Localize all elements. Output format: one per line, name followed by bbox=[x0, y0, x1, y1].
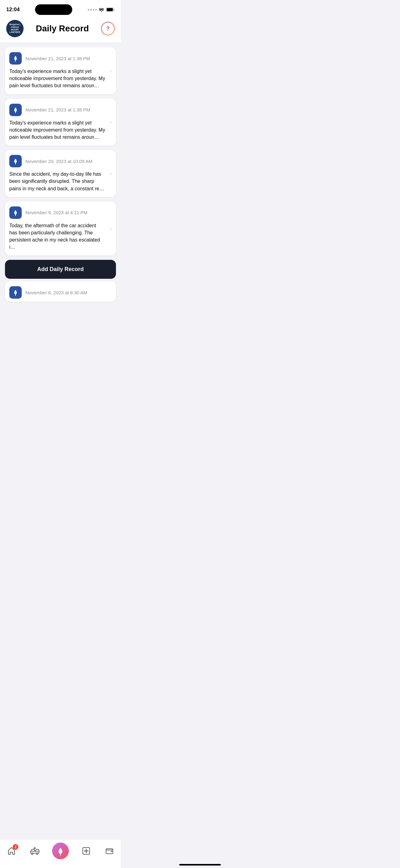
record-text-3: Since the accident, my day-to-day life h… bbox=[9, 170, 112, 192]
record-card-4[interactable]: November 9, 2023 at 4:21 PM Today, the a… bbox=[5, 202, 116, 256]
record-date-1: November 21, 2023 at 1:38 PM bbox=[26, 56, 90, 61]
chevron-right-icon-3: › bbox=[110, 170, 112, 177]
card-header-4: November 9, 2023 at 4:21 PM bbox=[9, 207, 112, 219]
partial-record-date: November 6, 2023 at 8:30 AM bbox=[26, 290, 87, 295]
logo-text: Bergeron | Clifford INJURY LAWYERS bbox=[6, 23, 24, 34]
page-title: Daily Record bbox=[24, 24, 101, 34]
add-button-wrap: Add Daily Record bbox=[0, 260, 121, 279]
record-card-1[interactable]: November 21, 2023 at 1:38 PM Today's exp… bbox=[5, 47, 116, 94]
chevron-right-icon-4: › bbox=[110, 225, 112, 232]
record-icon-1 bbox=[9, 52, 22, 65]
card-header-2: November 21, 2023 at 1:38 PM bbox=[9, 104, 112, 116]
record-date-2: November 21, 2023 at 1:38 PM bbox=[26, 107, 90, 113]
chevron-right-icon-2: › bbox=[110, 119, 112, 125]
signal-dots bbox=[88, 9, 97, 10]
status-icons bbox=[88, 7, 115, 12]
chevron-right-icon-1: › bbox=[110, 67, 112, 74]
record-card-2[interactable]: November 21, 2023 at 1:38 PM Today's exp… bbox=[5, 99, 116, 146]
card-header-3: November 20, 2023 at 10:09 AM bbox=[9, 155, 112, 167]
battery-icon bbox=[106, 7, 115, 12]
record-icon-3 bbox=[9, 155, 22, 167]
logo[interactable]: Bergeron | Clifford INJURY LAWYERS bbox=[6, 20, 24, 37]
status-bar: 12:04 bbox=[0, 0, 121, 16]
add-daily-record-button[interactable]: Add Daily Record bbox=[5, 260, 116, 279]
record-icon-4 bbox=[9, 207, 22, 219]
partial-record-card[interactable]: November 6, 2023 at 8:30 AM bbox=[5, 281, 116, 302]
card-header-1: November 21, 2023 at 1:38 PM bbox=[9, 52, 112, 65]
record-date-3: November 20, 2023 at 10:09 AM bbox=[26, 159, 92, 164]
record-date-4: November 9, 2023 at 4:21 PM bbox=[26, 210, 88, 215]
header: Bergeron | Clifford INJURY LAWYERS Daily… bbox=[0, 16, 121, 42]
help-button[interactable]: ? bbox=[101, 22, 115, 35]
wifi-icon bbox=[99, 8, 104, 12]
record-text-2: Today's experience marks a slight yet no… bbox=[9, 119, 112, 141]
record-icon-2 bbox=[9, 104, 22, 116]
partial-record-icon bbox=[9, 286, 22, 299]
dynamic-island bbox=[35, 4, 72, 15]
record-text-1: Today's experience marks a slight yet no… bbox=[9, 68, 112, 89]
status-time: 12:04 bbox=[6, 6, 20, 13]
record-card-3[interactable]: November 20, 2023 at 10:09 AM Since the … bbox=[5, 150, 116, 197]
record-text-4: Today, the aftermath of the car accident… bbox=[9, 222, 112, 251]
svg-rect-1 bbox=[107, 8, 113, 11]
records-list: November 21, 2023 at 1:38 PM Today's exp… bbox=[0, 42, 121, 255]
